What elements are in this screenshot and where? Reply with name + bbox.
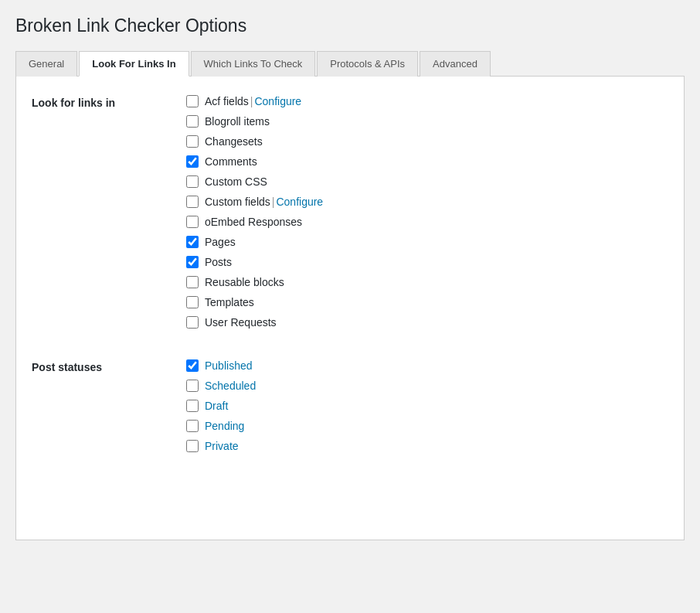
checkbox-row-posts: Posts: [186, 256, 668, 268]
checkbox-row-custom-fields: Custom fields | Configure: [186, 196, 668, 208]
tabs-container: GeneralLook For Links InWhich Links To C…: [15, 50, 685, 77]
checkbox-row-templates: Templates: [186, 296, 668, 308]
checkbox-user-requests[interactable]: [186, 316, 199, 329]
checkbox-label-custom-css: Custom CSS: [205, 175, 267, 188]
look-for-links-content: Acf fields | ConfigureBlogroll itemsChan…: [186, 95, 668, 336]
checkbox-comments[interactable]: [186, 155, 199, 168]
status-label-private: Private: [205, 440, 239, 452]
look-for-links-section: Look for links in Acf fields | Configure…: [32, 95, 668, 336]
checkbox-label-blogroll-items: Blogroll items: [205, 115, 270, 128]
checkbox-label-oembed-responses: oEmbed Responses: [205, 216, 302, 228]
look-for-links-label: Look for links in: [32, 95, 186, 336]
status-row-draft: Draft: [186, 400, 668, 412]
checkbox-acf-fields[interactable]: [186, 95, 199, 107]
status-checkbox-published[interactable]: [186, 359, 199, 372]
checkbox-label-reusable-blocks: Reusable blocks: [205, 276, 284, 288]
tab-advanced[interactable]: Advanced: [420, 51, 491, 77]
checkbox-row-blogroll-items: Blogroll items: [186, 115, 668, 128]
checkbox-label-posts: Posts: [205, 256, 232, 268]
checkbox-row-changesets: Changesets: [186, 135, 668, 148]
status-checkbox-draft[interactable]: [186, 400, 199, 412]
checkbox-row-reusable-blocks: Reusable blocks: [186, 276, 668, 288]
checkbox-label-user-requests: User Requests: [205, 316, 277, 329]
tab-protocols-apis[interactable]: Protocols & APIs: [317, 51, 418, 77]
status-label-draft: Draft: [205, 400, 228, 412]
status-row-pending: Pending: [186, 420, 668, 432]
checkbox-row-pages: Pages: [186, 236, 668, 248]
checkbox-label-acf-fields: Acf fields: [205, 95, 249, 107]
configure-link-custom-fields[interactable]: Configure: [276, 196, 323, 208]
checkbox-row-custom-css: Custom CSS: [186, 175, 668, 188]
checkbox-custom-fields[interactable]: [186, 196, 199, 208]
checkbox-row-comments: Comments: [186, 155, 668, 168]
status-label-pending: Pending: [205, 420, 244, 432]
post-statuses-label: Post statuses: [32, 359, 186, 460]
tab-general[interactable]: General: [15, 51, 77, 77]
configure-link-acf-fields[interactable]: Configure: [254, 95, 301, 107]
status-label-scheduled: Scheduled: [205, 380, 256, 392]
checkbox-custom-css[interactable]: [186, 175, 199, 188]
checkbox-label-comments: Comments: [205, 155, 257, 168]
checkbox-posts[interactable]: [186, 256, 199, 268]
checkbox-row-acf-fields: Acf fields | Configure: [186, 95, 668, 107]
status-row-scheduled: Scheduled: [186, 380, 668, 392]
checkbox-oembed-responses[interactable]: [186, 216, 199, 228]
checkbox-row-oembed-responses: oEmbed Responses: [186, 216, 668, 228]
checkbox-row-user-requests: User Requests: [186, 316, 668, 329]
status-row-published: Published: [186, 359, 668, 372]
checkbox-changesets[interactable]: [186, 135, 199, 148]
status-row-private: Private: [186, 440, 668, 452]
status-checkbox-scheduled[interactable]: [186, 380, 199, 392]
checkbox-label-custom-fields: Custom fields: [205, 196, 270, 208]
page-title: Broken Link Checker Options: [15, 15, 685, 36]
post-statuses-content: PublishedScheduledDraftPendingPrivate: [186, 359, 668, 460]
checkbox-pages[interactable]: [186, 236, 199, 248]
content-area: Look for links in Acf fields | Configure…: [15, 77, 685, 540]
checkbox-label-templates: Templates: [205, 296, 254, 308]
tab-which-links-to-check[interactable]: Which Links To Check: [191, 51, 316, 77]
checkbox-label-changesets: Changesets: [205, 135, 263, 148]
pipe-separator: |: [250, 95, 253, 107]
tab-look-for-links-in[interactable]: Look For Links In: [79, 51, 189, 77]
status-checkbox-pending[interactable]: [186, 420, 199, 432]
pipe-separator: |: [272, 196, 275, 208]
post-statuses-section: Post statuses PublishedScheduledDraftPen…: [32, 359, 668, 460]
checkbox-blogroll-items[interactable]: [186, 115, 199, 128]
status-checkbox-private[interactable]: [186, 440, 199, 452]
status-label-published: Published: [205, 359, 253, 372]
page-wrapper: Broken Link Checker Options GeneralLook …: [0, 0, 700, 556]
checkbox-templates[interactable]: [186, 296, 199, 308]
checkbox-label-pages: Pages: [205, 236, 236, 248]
checkbox-reusable-blocks[interactable]: [186, 276, 199, 288]
